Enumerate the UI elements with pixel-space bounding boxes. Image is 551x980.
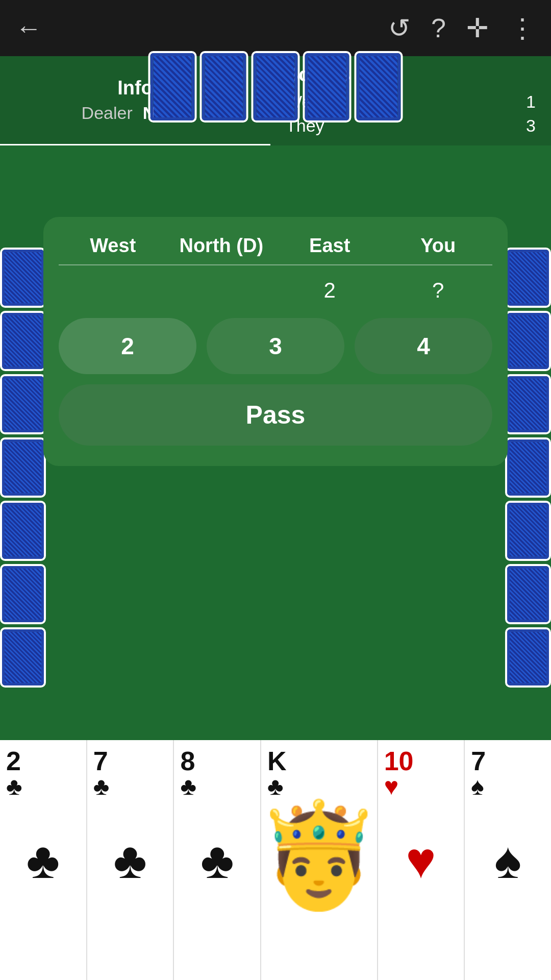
card-7c[interactable]: 7 ♣ ♣	[87, 740, 174, 980]
card-7s[interactable]: 7 ♠ ♠	[465, 740, 551, 980]
king-figure: 🤴	[255, 804, 383, 906]
add-button[interactable]: ✛	[466, 13, 489, 43]
north-card-3	[252, 51, 300, 122]
west-card-7	[0, 627, 46, 688]
west-card-4	[0, 437, 46, 498]
card-rank: 7	[93, 748, 167, 774]
bid-3-button[interactable]: 3	[207, 318, 344, 374]
north-card-1	[148, 51, 197, 122]
card-rank: 7	[471, 748, 545, 774]
bid-buttons: 2 3 4	[59, 318, 492, 374]
east-cards	[505, 248, 551, 688]
north-card-4	[303, 51, 352, 122]
bid-values-row: 2 ?	[59, 273, 492, 308]
west-card-6	[0, 564, 46, 624]
card-center-suit: ♣	[113, 835, 147, 886]
pass-button[interactable]: Pass	[59, 384, 492, 446]
card-center-suit: ♣	[201, 835, 234, 886]
card-8c[interactable]: 8 ♣ ♣	[174, 740, 261, 980]
north-card-2	[200, 51, 248, 122]
bid-header: West North (D) East You	[59, 235, 492, 265]
west-cards	[0, 248, 46, 688]
east-card-3	[505, 374, 551, 434]
west-bid-cell	[59, 273, 167, 308]
card-rank: K	[267, 748, 371, 774]
card-center-suit: ♥	[406, 835, 436, 886]
east-card-1	[505, 248, 551, 308]
card-10h[interactable]: 10 ♥ ♥	[378, 740, 465, 980]
info-title: Info	[117, 77, 153, 99]
north-cards	[148, 51, 403, 122]
top-bar: ← ↺ ? ✛ ⋮	[0, 0, 551, 56]
bid-2-button[interactable]: 2	[59, 318, 196, 374]
card-rank: 8	[180, 748, 254, 774]
card-kc[interactable]: K ♣ 🤴	[261, 740, 378, 980]
east-bid-cell: 2	[276, 273, 384, 308]
east-card-7	[505, 627, 551, 688]
card-2c[interactable]: 2 ♣ ♣	[0, 740, 87, 980]
west-card-5	[0, 501, 46, 561]
dealer-label: Dealer	[82, 103, 133, 123]
north-bid-cell	[167, 273, 276, 308]
bidding-panel: West North (D) East You 2 ? 2 3 4 Pass	[43, 217, 508, 466]
bid-col-west: West	[59, 235, 167, 257]
game-area: West North (D) East You 2 ? 2 3 4 Pass 2…	[0, 145, 551, 980]
menu-button[interactable]: ⋮	[509, 13, 536, 43]
card-suit: ♣	[6, 774, 80, 799]
bid-col-you: You	[384, 235, 493, 257]
west-card-3	[0, 374, 46, 434]
they-score: 3	[526, 116, 536, 136]
bid-col-north: North (D)	[167, 235, 276, 257]
north-card-5	[355, 51, 403, 122]
you-bid-cell: ?	[384, 273, 493, 308]
west-card-2	[0, 311, 46, 371]
west-card-1	[0, 248, 46, 308]
card-suit: ♠	[471, 774, 545, 799]
card-center-suit: ♣	[27, 835, 60, 886]
back-button[interactable]: ←	[15, 13, 42, 43]
card-rank: 2	[6, 748, 80, 774]
card-suit: ♣	[180, 774, 254, 799]
bid-col-east: East	[276, 235, 384, 257]
we-score: 1	[526, 92, 536, 112]
east-card-5	[505, 501, 551, 561]
east-card-2	[505, 311, 551, 371]
help-button[interactable]: ?	[431, 13, 446, 43]
east-card-4	[505, 437, 551, 498]
undo-button[interactable]: ↺	[388, 13, 411, 43]
card-suit: ♣	[93, 774, 167, 799]
card-rank: 10	[384, 748, 458, 774]
card-center-suit: ♠	[494, 835, 521, 886]
card-suit: ♣	[267, 774, 371, 799]
bid-4-button[interactable]: 4	[355, 318, 492, 374]
card-suit: ♥	[384, 774, 458, 799]
east-card-6	[505, 564, 551, 624]
player-hand: 2 ♣ ♣ 7 ♣ ♣ 8 ♣ ♣ K ♣ 🤴 10 ♥ ♥	[0, 740, 551, 980]
info-bar: Info Dealer North Scores We 1 They 3	[0, 56, 551, 145]
